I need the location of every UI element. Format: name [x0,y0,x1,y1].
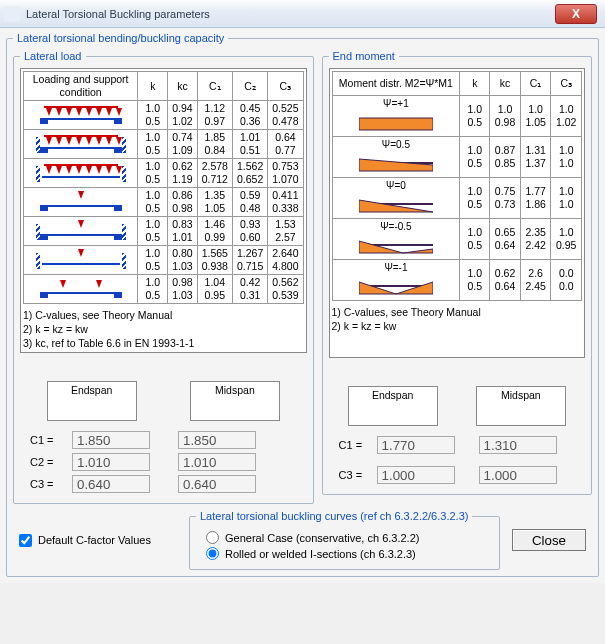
capacity-legend: Lateral torsional bending/buckling capac… [13,32,228,44]
capacity-group: Lateral torsional bending/buckling capac… [6,32,599,577]
end-moment-row: Ψ=+11.00.51.00.981.01.051.01.02 [332,96,581,137]
em-c1-label: C1 = [329,439,373,451]
load-diagram-icon [24,188,138,217]
moment-diagram-icon: Ψ=-1 [337,261,456,299]
ll-header-k: k [138,72,168,101]
load-diagram-icon [24,159,138,188]
load-diagram-icon [24,130,138,159]
em-note-1: 1) C-values, see Theory Manual [332,305,582,319]
window-title: Lateral Torsional Buckling parameters [26,8,210,20]
end-moment-row: Ψ=-0.51.00.50.650.642.352.421.00.95 [332,219,581,260]
end-moment-row: Ψ=01.00.50.750.731.771.861.01.0 [332,178,581,219]
lateral-load-row: 1.00.50.941.021.120.970.450.360.5250.478 [24,101,304,130]
curves-rolled-radio[interactable] [206,547,219,560]
ll-header-diagram: Loading and support condition [24,72,138,101]
em-c3-midspan[interactable] [479,466,557,484]
ll-c2-label: C2 = [20,456,64,468]
svg-marker-3 [359,241,433,253]
default-c-factor-label: Default C-factor Values [38,534,151,546]
load-diagram-icon [24,217,138,246]
app-icon [4,6,20,22]
end-moment-legend: End moment [329,50,399,62]
curves-rolled-row[interactable]: Rolled or welded I-sections (ch 6.3.2.3) [206,547,493,560]
lateral-load-table: Loading and support condition k kc C₁ C₂… [23,71,304,304]
svg-marker-4 [359,282,433,294]
default-c-factor-checkbox[interactable] [19,534,32,547]
ll-header-c3: C₃ [268,72,303,101]
ll-c1-midspan[interactable] [178,431,256,449]
em-midspan-diagram: Midspan [476,386,566,426]
lateral-load-row: 1.00.50.801.031.5650.9381.2670.7152.6404… [24,246,304,275]
ll-note-2: 2) k = kz = kw [23,322,304,336]
ll-header-c2: C₂ [232,72,267,101]
lateral-load-notes: 1) C-values, see Theory Manual 2) k = kz… [23,308,304,350]
ll-c1-label: C1 = [20,434,64,446]
close-button[interactable]: Close [512,529,586,551]
em-header-c1: C₁ [520,72,551,96]
em-endspan-diagram: Endspan [348,386,438,426]
ll-c1-endspan[interactable] [72,431,150,449]
em-note-2: 2) k = kz = kw [332,319,582,333]
ll-c2-endspan[interactable] [72,453,150,471]
lateral-load-group: Lateral load Loading and support conditi… [13,50,314,504]
curves-legend: Lateral torsional buckling curves (ref c… [196,510,472,522]
curves-rolled-label: Rolled or welded I-sections (ch 6.3.2.3) [225,548,416,560]
em-header-k: k [460,72,490,96]
lateral-load-row: 1.00.50.831.011.460.990.930.601.532.57 [24,217,304,246]
ll-header-c1: C₁ [197,72,232,101]
ll-midspan-diagram: Midspan [190,381,280,421]
svg-marker-0 [359,118,433,130]
ll-endspan-diagram: Endspan [47,381,137,421]
lateral-load-table-wrap: Loading and support condition k kc C₁ C₂… [20,68,307,353]
svg-marker-2 [359,200,433,212]
titlebar: Lateral Torsional Buckling parameters X [0,0,605,28]
end-moment-table-wrap: Moment distr. M2=Ψ*M1 k kc C₁ C₃ Ψ=+11.0… [329,68,585,358]
lateral-load-legend: Lateral load [20,50,86,62]
em-header-diagram: Moment distr. M2=Ψ*M1 [332,72,460,96]
curves-general-radio[interactable] [206,531,219,544]
em-c1-midspan[interactable] [479,436,557,454]
ll-note-1: 1) C-values, see Theory Manual [23,308,304,322]
end-moment-group: End moment Moment distr. M2=Ψ*M1 k kc C₁… [322,50,592,495]
em-header-c3: C₃ [551,72,582,96]
moment-diagram-icon: Ψ=+1 [337,97,456,135]
ll-header-kc: kc [168,72,197,101]
load-diagram-icon [24,246,138,275]
em-c3-endspan[interactable] [377,466,455,484]
em-c1-endspan[interactable] [377,436,455,454]
end-moment-table: Moment distr. M2=Ψ*M1 k kc C₁ C₃ Ψ=+11.0… [332,71,582,301]
ll-note-3: 3) kc, ref to Table 6.6 in EN 1993-1-1 [23,336,304,350]
lateral-load-row: 1.00.50.621.192.5780.7121.5620.6520.7531… [24,159,304,188]
em-c3-label: C3 = [329,469,373,481]
moment-diagram-icon: Ψ=-0.5 [337,220,456,258]
ll-c2-midspan[interactable] [178,453,256,471]
lateral-load-row: 1.00.50.860.981.351.050.590.480.4110.338 [24,188,304,217]
lateral-load-row: 1.00.50.741.091.850.841.010.510.640.77 [24,130,304,159]
window-close-button[interactable]: X [555,4,597,24]
ll-c3-midspan[interactable] [178,475,256,493]
lateral-load-row: 1.00.50.981.031.040.950.420.310.5620.539 [24,275,304,304]
moment-diagram-icon: Ψ=0.5 [337,138,456,176]
moment-diagram-icon: Ψ=0 [337,179,456,217]
em-header-kc: kc [490,72,521,96]
end-moment-row: Ψ=-11.00.50.620.642.62.450.00.0 [332,260,581,301]
curves-general-row[interactable]: General Case (conservative, ch 6.3.2.2) [206,531,493,544]
curves-group: Lateral torsional buckling curves (ref c… [189,510,500,570]
load-diagram-icon [24,101,138,130]
end-moment-row: Ψ=0.51.00.50.870.851.311.371.01.0 [332,137,581,178]
ll-c3-endspan[interactable] [72,475,150,493]
load-diagram-icon [24,275,138,304]
end-moment-notes: 1) C-values, see Theory Manual 2) k = kz… [332,305,582,333]
curves-general-label: General Case (conservative, ch 6.3.2.2) [225,532,419,544]
svg-marker-1 [359,159,433,171]
ll-c3-label: C3 = [20,478,64,490]
